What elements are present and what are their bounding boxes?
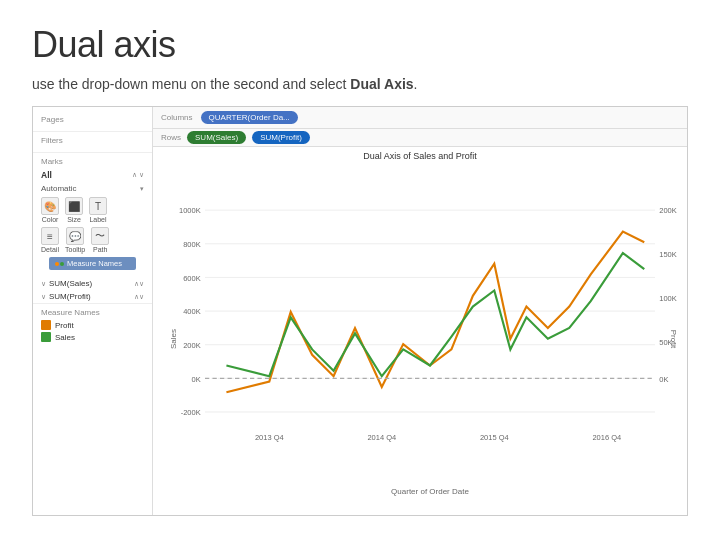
dot-orange (55, 262, 59, 266)
svg-text:150K: 150K (659, 250, 677, 259)
svg-text:0K: 0K (659, 375, 668, 384)
marks-icons-row: 🎨 Color ⬛ Size T Label (41, 197, 144, 223)
filters-section: Filters (33, 132, 152, 153)
sum-profit-right-chevron: ∧∨ (134, 293, 144, 301)
tableau-container: Pages Filters Marks All ∧ ∨ Automatic ▾ … (32, 106, 688, 516)
sum-profit-label: ∨ SUM(Profit) (41, 292, 91, 301)
y-axis-left-label: Sales (169, 329, 178, 349)
measure-names-button[interactable]: Measure Names (49, 257, 136, 270)
path-icon: 〜 (91, 227, 109, 245)
sum-sales-label: ∨ SUM(Sales) (41, 279, 92, 288)
profit-pill-text: SUM(Profit) (260, 133, 302, 142)
measure-names-label: Measure Names (67, 259, 122, 268)
marks-type-chevron: ▾ (140, 185, 144, 193)
dot-green (60, 262, 64, 266)
svg-text:2016 Q4: 2016 Q4 (592, 434, 621, 443)
label-label: Label (89, 216, 106, 223)
pages-label: Pages (41, 115, 144, 124)
subtitle-text: use the drop-down menu on the second and… (32, 76, 350, 92)
marks-type-label[interactable]: Automatic (41, 184, 77, 193)
chart-title: Dual Axis of Sales and Profit (153, 147, 687, 163)
detail-label: Detail (41, 246, 59, 253)
color-icon: 🎨 (41, 197, 59, 215)
color-button[interactable]: 🎨 Color (41, 197, 59, 223)
legend-title: Measure Names (41, 308, 144, 317)
marks-section: Marks All ∧ ∨ Automatic ▾ 🎨 Color ⬛ (33, 153, 152, 277)
sidebar: Pages Filters Marks All ∧ ∨ Automatic ▾ … (33, 107, 153, 515)
svg-text:400K: 400K (183, 307, 201, 316)
chart-area: Columns QUARTER(Order Da... Rows SUM(Sal… (153, 107, 687, 515)
legend-profit-color (41, 320, 51, 330)
sum-profit-text: SUM(Profit) (49, 292, 91, 301)
marks-all-label: All (41, 170, 52, 180)
subtitle-suffix: . (414, 76, 418, 92)
svg-text:200K: 200K (659, 206, 677, 215)
svg-text:1000K: 1000K (179, 206, 201, 215)
columns-header: Columns QUARTER(Order Da... (153, 107, 687, 129)
marks-icons-row-2: ≡ Detail 💬 Tooltip 〜 Path (41, 227, 144, 253)
sum-sales-row: ∨ SUM(Sales) ∧∨ (33, 277, 152, 290)
tooltip-label: Tooltip (65, 246, 85, 253)
filters-label: Filters (41, 136, 144, 145)
quarter-pill-text: QUARTER(Order Da... (209, 113, 290, 122)
y-axis-right-label: Profit (669, 330, 678, 349)
marks-label: Marks (41, 157, 144, 166)
label-icon: T (89, 197, 107, 215)
detail-button[interactable]: ≡ Detail (41, 227, 59, 253)
legend-profit-item: Profit (41, 320, 144, 330)
svg-text:2015 Q4: 2015 Q4 (480, 434, 509, 443)
size-icon: ⬛ (65, 197, 83, 215)
subtitle-bold: Dual Axis (350, 76, 413, 92)
x-axis-label: Quarter of Order Date (205, 487, 655, 498)
svg-text:100K: 100K (659, 294, 677, 303)
sum-profit-row: ∨ SUM(Profit) ∧∨ (33, 290, 152, 303)
marks-all-row: All ∧ ∨ (41, 170, 144, 180)
sum-profit-chevron: ∨ (41, 293, 46, 301)
tooltip-button[interactable]: 💬 Tooltip (65, 227, 85, 253)
svg-text:-200K: -200K (181, 408, 201, 417)
path-label: Path (93, 246, 107, 253)
path-button[interactable]: 〜 Path (91, 227, 109, 253)
color-label: Color (42, 216, 59, 223)
page-container: Dual axis use the drop-down menu on the … (0, 0, 720, 540)
sales-pill-text: SUM(Sales) (195, 133, 238, 142)
pages-section: Pages (33, 111, 152, 132)
columns-label: Columns (161, 113, 193, 122)
marks-type-row: Automatic ▾ (41, 184, 144, 193)
chevron-icon: ∧ ∨ (132, 171, 144, 179)
rows-label: Rows (161, 133, 181, 142)
legend-profit-label: Profit (55, 321, 74, 330)
size-label: Size (67, 216, 81, 223)
page-title: Dual axis (32, 24, 688, 66)
svg-text:600K: 600K (183, 274, 201, 283)
legend-sales-color (41, 332, 51, 342)
svg-text:800K: 800K (183, 240, 201, 249)
tooltip-icon: 💬 (66, 227, 84, 245)
sum-sales-right-chevron: ∧∨ (134, 280, 144, 288)
legend-sales-label: Sales (55, 333, 75, 342)
svg-text:2013 Q4: 2013 Q4 (255, 434, 284, 443)
label-button[interactable]: T Label (89, 197, 107, 223)
chart-svg: 1000K 800K 600K 400K 200K 0K -200K 200K … (205, 171, 655, 485)
legend-sales-item: Sales (41, 332, 144, 342)
profit-pill[interactable]: SUM(Profit) (252, 131, 310, 144)
measure-names-dots (55, 262, 64, 266)
rows-header: Rows SUM(Sales) SUM(Profit) (153, 129, 687, 147)
quarter-pill[interactable]: QUARTER(Order Da... (201, 111, 298, 124)
subtitle: use the drop-down menu on the second and… (32, 76, 688, 92)
chart-wrapper: Sales Profit 1000K 800K 600K 400K (153, 163, 687, 515)
sum-sales-chevron: ∨ (41, 280, 46, 288)
svg-text:200K: 200K (183, 341, 201, 350)
svg-text:0K: 0K (192, 375, 201, 384)
rows-label-text: Rows (161, 133, 181, 142)
legend-section: Measure Names Profit Sales (33, 303, 152, 348)
sum-sales-text: SUM(Sales) (49, 279, 92, 288)
detail-icon: ≡ (41, 227, 59, 245)
size-button[interactable]: ⬛ Size (65, 197, 83, 223)
sales-pill[interactable]: SUM(Sales) (187, 131, 246, 144)
svg-text:2014 Q4: 2014 Q4 (367, 434, 396, 443)
